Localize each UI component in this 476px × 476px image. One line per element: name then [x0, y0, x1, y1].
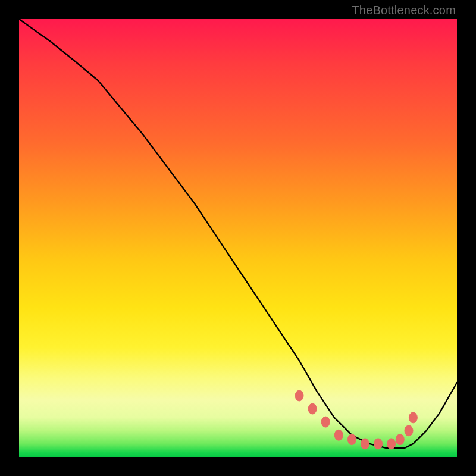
curve-svg: [19, 19, 457, 457]
marker-dot: [405, 425, 413, 436]
marker-dot: [361, 439, 369, 449]
marker-dot: [321, 416, 330, 427]
marker-dot: [387, 439, 396, 449]
marker-dot: [409, 412, 417, 423]
plot-area: [19, 19, 457, 457]
bottleneck-curve: [19, 19, 457, 448]
marker-dot: [396, 434, 404, 445]
marker-dots: [295, 390, 417, 449]
marker-dot: [347, 434, 356, 445]
marker-dot: [374, 439, 383, 449]
chart-frame: TheBottleneck.com: [0, 0, 476, 476]
marker-dot: [334, 430, 343, 440]
watermark-text: TheBottleneck.com: [352, 4, 456, 17]
marker-dot: [308, 403, 317, 414]
marker-dot: [295, 390, 303, 401]
